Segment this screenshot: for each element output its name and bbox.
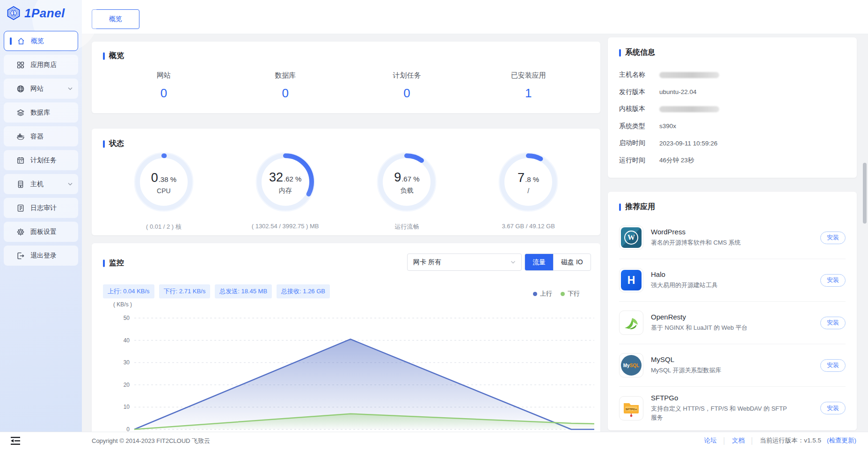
gauge-memory: 32.62 % 内存 ( 1302.54 / 3992.75 ) MB: [225, 152, 346, 231]
gauge-value: 9.67 % 负载: [376, 152, 437, 212]
system-info-card: 系统信息 主机名称 发行版本 ubuntu-22.04 内核版本 系统类型 s3…: [608, 37, 857, 178]
svg-text:40: 40: [124, 337, 130, 344]
stat-installed-apps: 已安装应用 1: [467, 71, 589, 101]
gauge-label: /: [527, 187, 529, 195]
tab-overview[interactable]: 概览: [92, 9, 139, 29]
install-button[interactable]: 安装: [820, 232, 846, 244]
stat-value-link[interactable]: 1: [467, 86, 589, 101]
version-text: 当前运行版本：v1.5.5: [760, 436, 821, 445]
install-button[interactable]: 安装: [820, 402, 846, 414]
status-gauges: 0.38 % CPU ( 0.01 / 2 ) 核: [103, 152, 589, 231]
traffic-button[interactable]: 流量: [525, 254, 553, 270]
total-sent-badge: 总发送: 18.45 MB: [215, 284, 272, 298]
sidebar-item-label: 容器: [30, 132, 44, 141]
sidebar-item-settings[interactable]: 面板设置: [4, 222, 78, 242]
stat-value-link[interactable]: 0: [346, 86, 468, 101]
gauge-ring: 32.62 % 内存: [255, 152, 316, 212]
sidebar-item-overview[interactable]: 概览: [4, 31, 78, 51]
sidebar-item-cron[interactable]: 计划任务: [4, 150, 78, 170]
gauge-label: CPU: [157, 187, 171, 195]
footer-divider: │: [722, 437, 726, 444]
monitor-view-toggle: 流量 磁盘 IO: [525, 253, 591, 271]
nic-select[interactable]: 网卡 所有: [407, 253, 522, 271]
chevron-down-icon: [68, 182, 73, 186]
gauge-value: 0.38 % CPU: [133, 152, 194, 212]
gauge-label: 负载: [400, 187, 413, 195]
install-button[interactable]: 安装: [820, 359, 846, 372]
stat-cronjobs: 计划任务 0: [346, 71, 468, 101]
svg-text:1: 1: [12, 10, 15, 16]
recommended-apps-title: 推荐应用: [619, 202, 846, 212]
gauge-label: 内存: [279, 187, 292, 195]
app-list: W WordPress 著名的开源博客软件和 CMS 系统 安装 H Halo …: [619, 217, 846, 429]
app-row-wordpress[interactable]: W WordPress 著名的开源博客软件和 CMS 系统 安装: [619, 217, 846, 259]
gauge-caption: ( 1302.54 / 3992.75 ) MB: [252, 223, 319, 230]
sidebar-item-website[interactable]: 网站: [4, 79, 78, 99]
1panel-dashboard: 1 1Panel 概览 应用商店 网站: [0, 0, 868, 449]
monitor-card-title: 监控: [103, 258, 124, 268]
sidebar-item-label: 应用商店: [30, 61, 57, 69]
stat-label: 数据库: [225, 71, 346, 80]
title-accent-bar: [103, 52, 105, 60]
sidebar-item-logs[interactable]: 日志审计: [4, 198, 78, 218]
app-row-mysql[interactable]: MySQL MySQL MySQL 开源关系型数据库 安装: [619, 344, 846, 387]
stat-databases: 数据库 0: [225, 71, 346, 101]
docs-link[interactable]: 文档: [732, 436, 744, 445]
sidebar-item-container[interactable]: 容器: [4, 126, 78, 146]
globe-icon: [16, 85, 25, 93]
app-desc: MySQL 开源关系型数据库: [651, 366, 721, 375]
app-grid-icon: [16, 61, 25, 69]
stat-value-link[interactable]: 0: [103, 86, 225, 101]
total-received-badge: 总接收: 1.26 GB: [277, 284, 330, 298]
legend-down[interactable]: 下行: [561, 290, 580, 298]
chevron-down-icon: [511, 261, 516, 264]
sidebar-item-label: 日志审计: [30, 204, 57, 212]
sidebar-item-host[interactable]: 主机: [4, 174, 78, 194]
overview-stats: 网站 0 数据库 0 计划任务 0 已安装应用 1: [103, 71, 589, 101]
logout-icon: [16, 252, 25, 260]
sidebar-item-label: 网站: [30, 85, 44, 93]
sidebar-item-label: 概览: [31, 37, 44, 45]
chevron-down-icon: [68, 87, 73, 90]
sidebar-item-label: 面板设置: [30, 228, 57, 236]
app-meta: Halo 强大易用的开源建站工具: [651, 270, 718, 290]
app-logo[interactable]: 1 1Panel: [0, 0, 82, 26]
check-update-link[interactable]: (检查更新): [827, 436, 856, 445]
collapse-sidebar-button[interactable]: [9, 436, 22, 446]
app-name: SFTPGo: [651, 394, 791, 402]
app-meta: OpenResty 基于 NGINX 和 LuaJIT 的 Web 平台: [651, 313, 748, 333]
sidebar-item-database[interactable]: 数据库: [4, 102, 78, 123]
svg-text:10: 10: [124, 404, 130, 410]
sidebar-item-label: 主机: [30, 180, 44, 188]
stat-value-link[interactable]: 0: [225, 86, 346, 101]
install-button[interactable]: 安装: [820, 317, 846, 329]
sidebar-item-app-store[interactable]: 应用商店: [4, 55, 78, 75]
sysinfo-row-hostname: 主机名称: [619, 66, 846, 84]
app-desc: 著名的开源博客软件和 CMS 系统: [651, 239, 741, 247]
sysinfo-row-kernel: 内核版本: [619, 101, 846, 118]
server-icon: [16, 180, 25, 188]
app-row-sftpgo[interactable]: SFTPGo SFTPGo 支持自定义 HTTP/S，FTP/S 和 WebDA…: [619, 387, 846, 429]
gauge-disk-root: 7.8 % / 3.67 GB / 49.12 GB: [467, 152, 589, 231]
app-row-halo[interactable]: H Halo 强大易用的开源建站工具 安装: [619, 259, 846, 302]
scrollbar-thumb[interactable]: [863, 163, 867, 224]
traffic-area-chart: 01020304050: [110, 309, 597, 449]
docker-whale-icon: [16, 132, 25, 141]
stat-websites: 网站 0: [103, 71, 225, 101]
sidebar-item-logout[interactable]: 退出登录: [4, 246, 78, 266]
disk-io-button[interactable]: 磁盘 IO: [553, 254, 591, 270]
app-name: Halo: [651, 270, 718, 278]
app-meta: MySQL MySQL 开源关系型数据库: [651, 355, 721, 375]
gauge-load: 9.67 % 负载 运行流畅: [346, 152, 468, 231]
topbar: 概览: [82, 0, 868, 34]
log-document-icon: [16, 204, 25, 212]
status-card: 状态 0.38 % CPU ( 0.01: [92, 129, 600, 235]
title-accent-bar: [619, 203, 621, 211]
layers-icon: [16, 109, 25, 117]
forum-link[interactable]: 论坛: [704, 436, 717, 445]
install-button[interactable]: 安装: [820, 274, 846, 287]
legend-up[interactable]: 上行: [533, 290, 552, 298]
status-card-title: 状态: [103, 139, 589, 149]
recommended-apps-card: 推荐应用 W WordPress 著名的开源博客软件和 CMS 系统 安装 H …: [608, 192, 857, 430]
app-row-openresty[interactable]: OpenResty 基于 NGINX 和 LuaJIT 的 Web 平台 安装: [619, 302, 846, 344]
